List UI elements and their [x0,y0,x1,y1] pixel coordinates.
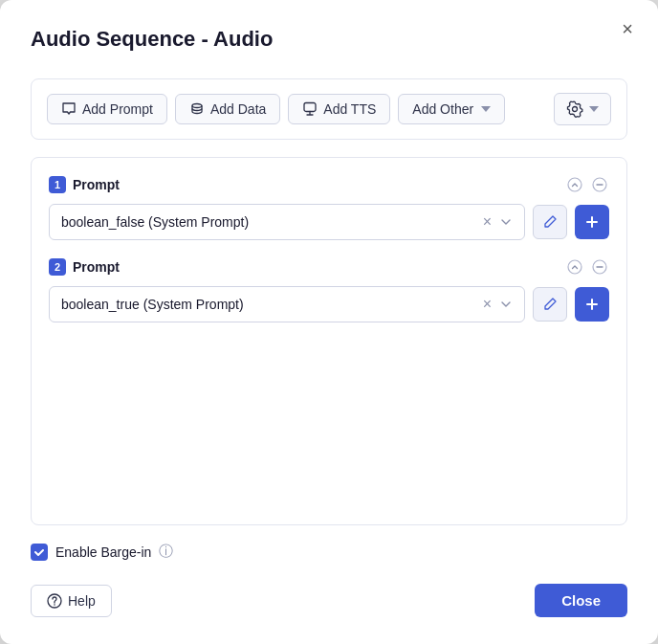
pencil-icon-1 [542,214,558,230]
prompt-select-icons-1: × [483,213,513,231]
help-icon [47,593,62,609]
up-icon-1 [567,177,582,192]
content-area: 1 Prompt [31,157,627,525]
prompt-select-2[interactable]: boolean_true (System Prompt) × [49,286,525,322]
prompt-text-1: Prompt [73,177,120,192]
add-item-button-1[interactable] [575,205,609,239]
prompt-row-2: boolean_true (System Prompt) × [49,286,609,322]
tts-icon [302,101,318,117]
chat-icon [61,101,77,117]
modal: × Audio Sequence - Audio Add Prompt Add … [0,0,658,644]
add-data-button[interactable]: Add Data [175,94,280,124]
modal-close-button[interactable]: × [616,17,639,40]
close-button[interactable]: Close [535,584,627,617]
prompt-select-1[interactable]: boolean_false (System Prompt) × [49,204,525,240]
prompt-row-1: boolean_false (System Prompt) × [49,204,609,240]
prompt-select-value-1: boolean_false (System Prompt) [61,214,249,230]
prompt-label-2: 2 Prompt [49,258,120,276]
prompt-label-1: 1 Prompt [49,176,120,193]
dropdown-icon-1 [499,215,513,229]
clear-icon-2[interactable]: × [483,296,492,313]
add-item-button-2[interactable] [575,287,609,322]
svg-point-0 [192,104,202,108]
gear-icon [566,100,583,118]
plus-icon-1 [584,214,600,230]
chevron-down-icon [481,106,491,112]
remove-icon-1 [592,177,607,192]
svg-point-8 [54,604,55,606]
info-icon[interactable]: ⓘ [159,543,173,561]
prompt-remove-button-1[interactable] [590,175,609,194]
pencil-icon-2 [542,297,558,312]
modal-footer: Help Close [31,584,627,617]
enable-barge-in-checkbox[interactable] [31,544,48,561]
dropdown-icon-2 [499,298,513,311]
prompt-section-2: 2 Prompt [49,257,609,322]
prompt-actions-1 [565,175,609,194]
check-icon [33,546,45,558]
prompt-select-value-2: boolean_true (System Prompt) [61,297,244,312]
add-prompt-label: Add Prompt [82,101,153,117]
prompt-header-2: 2 Prompt [49,257,609,277]
plus-icon-2 [584,297,600,312]
prompt-number-1: 1 [49,176,66,193]
add-other-button[interactable]: Add Other [398,94,505,124]
add-prompt-button[interactable]: Add Prompt [47,94,167,124]
gear-chevron-down-icon [589,106,599,112]
prompt-section-1: 1 Prompt [49,175,609,240]
add-tts-label: Add TTS [323,101,376,117]
help-label: Help [68,593,96,609]
help-button[interactable]: Help [31,585,112,617]
prompt-up-button-2[interactable] [565,257,584,277]
svg-point-3 [568,178,581,191]
svg-point-5 [568,260,581,274]
prompt-actions-2 [565,257,609,277]
add-data-label: Add Data [210,101,266,117]
clear-icon-1[interactable]: × [483,213,492,231]
remove-icon-2 [592,259,607,275]
svg-point-2 [573,107,578,112]
toolbar: Add Prompt Add Data Add TTS Add Other [31,78,627,140]
prompt-select-icons-2: × [483,296,513,313]
prompt-number-2: 2 [49,258,66,276]
svg-rect-1 [304,103,316,112]
prompt-up-button-1[interactable] [565,175,584,194]
edit-button-1[interactable] [533,205,567,239]
settings-button[interactable] [554,93,611,125]
prompt-remove-button-2[interactable] [590,257,609,277]
add-tts-button[interactable]: Add TTS [288,94,390,124]
data-icon [189,101,205,117]
edit-button-2[interactable] [533,287,567,322]
prompt-header-1: 1 Prompt [49,175,609,194]
prompt-text-2: Prompt [73,259,120,275]
enable-barge-in-section: Enable Barge-in ⓘ [31,543,627,561]
enable-barge-in-label: Enable Barge-in [55,544,151,560]
up-icon-2 [567,259,582,275]
add-other-label: Add Other [412,101,473,117]
modal-title: Audio Sequence - Audio [31,27,627,52]
